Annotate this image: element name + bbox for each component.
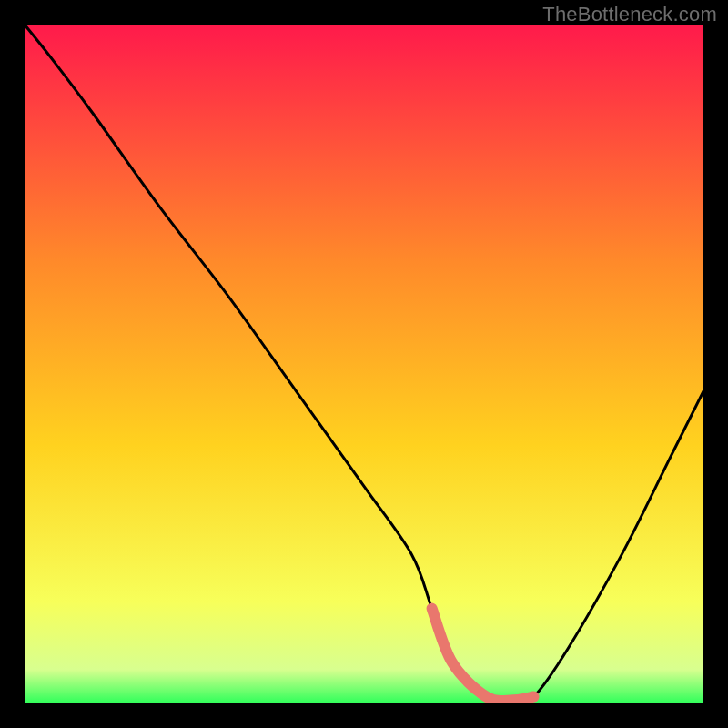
chart-frame: TheBottleneck.com [0, 0, 728, 728]
watermark-text: TheBottleneck.com [542, 3, 717, 26]
chart-svg [25, 25, 703, 703]
gradient-background [25, 25, 703, 703]
bottleneck-chart [25, 25, 703, 703]
